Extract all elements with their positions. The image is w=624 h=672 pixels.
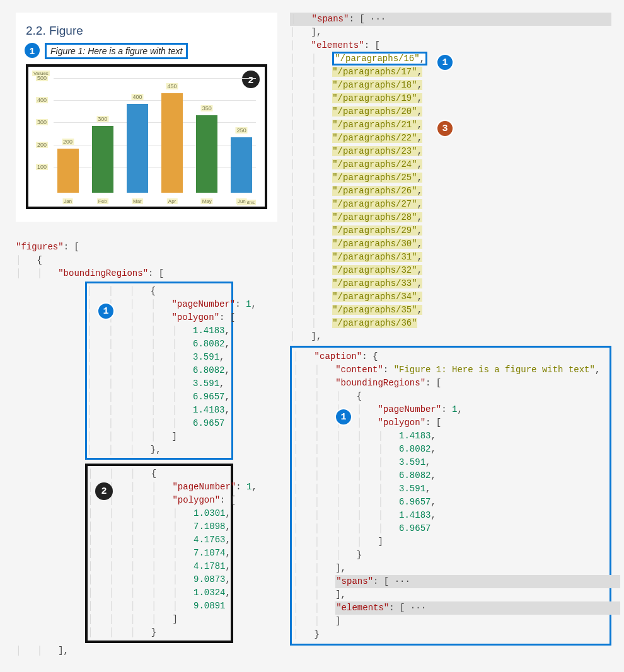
element-path: "/paragraphs/33", — [332, 278, 422, 288]
element-path: "/paragraphs/35", — [332, 305, 422, 315]
element-path: "/paragraphs/36" — [332, 318, 417, 328]
bar-value-label: 450 — [166, 83, 178, 89]
bar-category-label: Mar — [132, 198, 143, 204]
y-tick-label: 500 — [36, 75, 48, 81]
chart-bar: 300Feb — [92, 126, 113, 193]
y-tick-label: 300 — [36, 119, 48, 125]
element-path: "/paragraphs/17", — [332, 67, 422, 77]
caption-spans-collapsed[interactable]: "spans": [ ··· — [335, 575, 620, 588]
element-path: "/paragraphs/18", — [332, 80, 422, 90]
figure-caption-highlight: Figure 1: Here is a figure with text — [45, 43, 188, 59]
annotation-badge-1: 1 — [335, 408, 352, 426]
bar-value-label: 250 — [236, 127, 248, 134]
chart-bar: 200Jan — [57, 149, 79, 193]
json-figures-block: "figures": [ │ { │ │ "boundingRegions": … — [16, 241, 277, 658]
element-path-first: "/paragraphs/16", — [332, 52, 427, 65]
y-tick-label: 400 — [36, 97, 48, 103]
bar-category-label: May — [201, 198, 213, 204]
bar-category-label: Jun — [236, 198, 247, 204]
element-path: "/paragraphs/34", — [332, 292, 422, 302]
chart-bar: 400Mar — [127, 104, 148, 193]
element-path: "/paragraphs/25", — [332, 173, 422, 183]
y-tick-label: 200 — [36, 142, 48, 148]
chart-bars: 200Jan300Feb400Mar450Apr350May250Jun — [54, 78, 256, 193]
bar-category-label: Apr — [167, 198, 177, 204]
annotation-badge-3: 3 — [436, 120, 454, 137]
spans-collapsed[interactable]: │ "spans": [ ··· — [290, 13, 611, 26]
bounding-region-1-box: 1│ │ │ { │ │ │ │ "pageNumber": 1, │ │ │ … — [85, 282, 233, 460]
element-path: "/paragraphs/32", — [332, 265, 422, 275]
bar-value-label: 350 — [201, 105, 213, 111]
annotation-badge-1: 1 — [23, 42, 41, 59]
caption-json-box: 1│ "caption": { │ │ "content": "Figure 1… — [290, 346, 611, 646]
element-path: "/paragraphs/29", — [332, 225, 422, 236]
right-column: │ "spans": [ ··· │ ], │ "elements": [ │ … — [290, 13, 611, 658]
bar-value-label: 400 — [131, 94, 143, 100]
left-column: 2.2. Figure 1 Figure 1: Here is a figure… — [16, 13, 277, 658]
bar-category-label: Feb — [97, 198, 108, 204]
bar-value-label: 200 — [62, 139, 74, 145]
bar-value-label: 300 — [96, 116, 108, 122]
element-path: "/paragraphs/20", — [332, 106, 422, 117]
bar-category-label: Jan — [62, 198, 73, 204]
chart-bar: 250Jun — [231, 137, 252, 193]
annotation-badge-1: 1 — [436, 54, 454, 71]
json-elements-caption-block: │ "spans": [ ··· │ ], │ "elements": [ │ … — [290, 13, 611, 646]
annotation-badge-1: 1 — [97, 302, 115, 320]
element-path: "/paragraphs/28", — [332, 212, 422, 222]
chart-bounding-box: 2 3 Values Months 100200300400500 200Jan… — [26, 64, 267, 209]
annotation-badge-2: 2 — [95, 482, 113, 500]
element-path: "/paragraphs/23", — [332, 146, 422, 156]
element-path: "/paragraphs/24", — [332, 159, 422, 169]
element-path: "/paragraphs/27", — [332, 199, 422, 209]
element-path: "/paragraphs/19", — [332, 93, 422, 103]
section-heading: 2.2. Figure — [26, 24, 267, 38]
chart-bar: 350May — [196, 115, 217, 193]
bounding-region-2-box: 2│ │ │ { │ │ │ │ "pageNumber": 1, │ │ │ … — [85, 464, 233, 643]
element-path: "/paragraphs/30", — [332, 239, 422, 249]
element-path: "/paragraphs/31", — [332, 252, 422, 262]
y-tick-label: 100 — [36, 164, 48, 170]
figure-document-preview: 2.2. Figure 1 Figure 1: Here is a figure… — [16, 13, 277, 222]
chart-bar: 450Apr — [161, 93, 183, 193]
element-path: "/paragraphs/21", — [332, 120, 422, 130]
element-path: "/paragraphs/22", — [332, 133, 422, 143]
element-path: "/paragraphs/26", — [332, 186, 422, 196]
caption-elements-collapsed[interactable]: "elements": [ ··· — [335, 601, 620, 615]
